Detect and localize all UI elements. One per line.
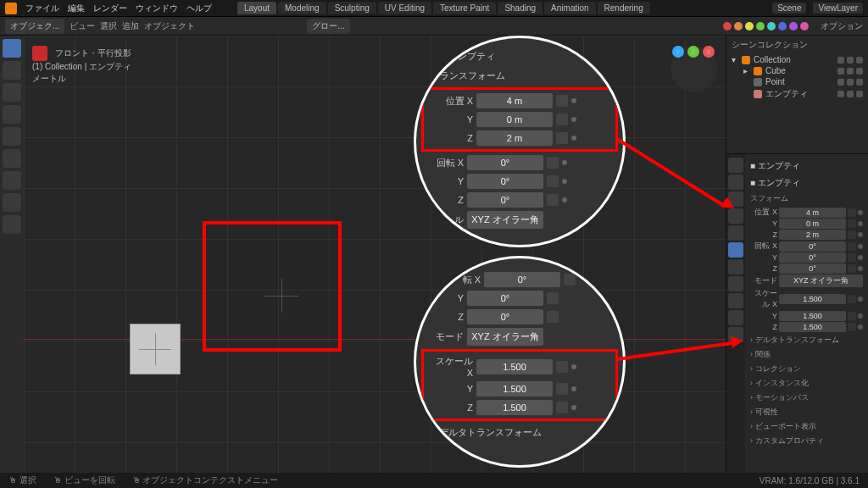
- shading-dot-icon[interactable]: [800, 22, 809, 30]
- section-transform[interactable]: スフォーム: [750, 191, 863, 206]
- collapse-delta[interactable]: デルタトランスフォーム: [750, 333, 863, 347]
- ptab-data-icon[interactable]: [728, 327, 743, 342]
- shading-dot-icon[interactable]: [789, 22, 798, 30]
- shading-dot-icon[interactable]: [734, 22, 743, 30]
- workspace-tab-shading[interactable]: Shading: [498, 2, 542, 14]
- tool-cursor-icon[interactable]: [3, 61, 21, 80]
- keyframe-dot-icon[interactable]: [858, 266, 863, 271]
- menu-file[interactable]: ファイル: [25, 3, 59, 14]
- outliner[interactable]: シーンコレクション ▾Collection ▸Cube Point エンプティ: [726, 36, 868, 154]
- workspace-tab-sculpting[interactable]: Sculpting: [328, 2, 376, 14]
- shading-dot-icon[interactable]: [778, 22, 787, 30]
- lock-icon[interactable]: [848, 242, 856, 251]
- workspace-tab-texturepaint[interactable]: Texture Paint: [433, 2, 496, 14]
- keyframe-dot-icon[interactable]: [858, 324, 863, 330]
- orientation-select[interactable]: グロー...: [307, 19, 349, 34]
- outliner-row-collection[interactable]: ▾Collection: [732, 54, 863, 65]
- ptab-constraint-icon[interactable]: [728, 310, 743, 325]
- tool-addcube-icon[interactable]: [3, 215, 21, 234]
- mode-select[interactable]: オブジェク...: [5, 19, 64, 34]
- 3d-viewport[interactable]: フロント・平行投影 (1) Collection | エンプティ メートル Z …: [24, 36, 726, 473]
- menu-window[interactable]: ウィンドウ: [136, 3, 178, 14]
- ptab-viewlayer-icon[interactable]: [728, 191, 743, 207]
- workspace-tab-modeling[interactable]: Modeling: [278, 2, 326, 14]
- hdr-view[interactable]: ビュー: [70, 20, 95, 32]
- keyframe-dot-icon[interactable]: [858, 232, 863, 237]
- rotation-mode-select[interactable]: XYZ オイラー角: [779, 274, 863, 287]
- lock-icon[interactable]: [848, 230, 856, 239]
- ptab-modifier-icon[interactable]: [728, 259, 743, 274]
- tool-annotate-icon[interactable]: [3, 171, 21, 190]
- scaley-field[interactable]: 1.500: [779, 311, 846, 321]
- rotx-field[interactable]: 0°: [779, 241, 846, 252]
- tool-transform-icon[interactable]: [3, 149, 21, 168]
- collapse-instancing[interactable]: インスタンス化: [750, 376, 863, 391]
- keyframe-dot-icon[interactable]: [858, 313, 863, 319]
- navigation-gizmo[interactable]: Z Y X: [670, 46, 717, 92]
- collapse-relations[interactable]: 関係: [750, 347, 863, 362]
- collapse-visibility[interactable]: 可視性: [750, 405, 863, 419]
- lock-icon[interactable]: [848, 323, 856, 331]
- workspace-tab-rendering[interactable]: Rendering: [598, 2, 650, 14]
- tool-scale-icon[interactable]: [3, 127, 21, 146]
- keyframe-dot-icon[interactable]: [858, 255, 863, 260]
- outliner-row-point[interactable]: Point: [732, 76, 863, 87]
- keyframe-dot-icon[interactable]: [858, 244, 863, 249]
- tool-move-icon[interactable]: [3, 83, 21, 102]
- properties-body[interactable]: ■ エンプティ ■ エンプティ スフォーム 位置 X4 m Y0 m Z2 m …: [745, 154, 868, 473]
- gizmo-z-icon[interactable]: Z: [687, 46, 699, 58]
- roty-field[interactable]: 0°: [779, 252, 846, 263]
- outliner-row-cube[interactable]: ▸Cube: [732, 65, 863, 76]
- lock-icon[interactable]: [848, 264, 856, 273]
- collapse-customprops[interactable]: カスタムプロパティ: [750, 434, 863, 448]
- gizmo-y-icon[interactable]: Y: [672, 46, 684, 58]
- menu-edit[interactable]: 編集: [68, 3, 85, 14]
- gizmo-x-icon[interactable]: X: [703, 46, 715, 58]
- ptab-world-icon[interactable]: [728, 225, 743, 241]
- hdr-select[interactable]: 選択: [100, 20, 117, 32]
- ptab-object-icon[interactable]: [728, 242, 743, 258]
- empty-object-selected[interactable]: [264, 279, 298, 313]
- ptab-render-icon[interactable]: [728, 158, 743, 173]
- tool-measure-icon[interactable]: [3, 193, 21, 212]
- viewlayer-field[interactable]: ViewLayer: [813, 3, 863, 14]
- locx-field[interactable]: 4 m: [779, 208, 846, 218]
- tool-select-box-icon[interactable]: [3, 39, 21, 58]
- empty-object-small[interactable]: [130, 324, 181, 374]
- outliner-row-empty[interactable]: エンプティ: [732, 87, 863, 101]
- workspace-tab-uvediting[interactable]: UV Editing: [378, 2, 431, 14]
- ptab-output-icon[interactable]: [728, 175, 743, 190]
- keyframe-dot-icon[interactable]: [858, 297, 863, 302]
- collapse-viewportdisplay[interactable]: ビューポート表示: [750, 419, 863, 434]
- lock-icon[interactable]: [848, 253, 856, 262]
- scalex-field[interactable]: 1.500: [779, 294, 846, 304]
- ptab-physics-icon[interactable]: [728, 293, 743, 308]
- shading-dot-icon[interactable]: [756, 22, 765, 30]
- shading-dot-icon[interactable]: [745, 22, 754, 30]
- menu-render[interactable]: レンダー: [93, 3, 127, 14]
- rotz-field[interactable]: 0°: [779, 263, 846, 274]
- scalez-field[interactable]: 1.500: [779, 322, 846, 332]
- shading-dot-icon[interactable]: [723, 22, 732, 30]
- hdr-add[interactable]: 追加: [122, 20, 139, 32]
- lock-icon[interactable]: [848, 208, 856, 217]
- lock-icon[interactable]: [848, 295, 856, 303]
- locz-field[interactable]: 2 m: [779, 230, 846, 240]
- lock-icon[interactable]: [848, 219, 856, 228]
- scene-field[interactable]: Scene: [772, 3, 806, 14]
- hdr-options[interactable]: オプション: [821, 20, 863, 32]
- ptab-scene-icon[interactable]: [728, 208, 743, 224]
- menu-help[interactable]: ヘルプ: [186, 3, 212, 14]
- workspace-tab-animation[interactable]: Animation: [544, 2, 595, 14]
- collapse-motionpath[interactable]: モーションパス: [750, 391, 863, 405]
- hdr-object[interactable]: オブジェクト: [144, 20, 195, 32]
- ptab-particle-icon[interactable]: [728, 276, 743, 291]
- shading-dot-icon[interactable]: [767, 22, 776, 30]
- workspace-tab-layout[interactable]: Layout: [237, 2, 276, 14]
- tool-rotate-icon[interactable]: [3, 105, 21, 124]
- collapse-collection[interactable]: コレクション: [750, 362, 863, 376]
- keyframe-dot-icon[interactable]: [858, 221, 863, 226]
- lock-icon[interactable]: [848, 312, 856, 320]
- keyframe-dot-icon[interactable]: [858, 210, 863, 215]
- locy-field[interactable]: 0 m: [779, 219, 846, 229]
